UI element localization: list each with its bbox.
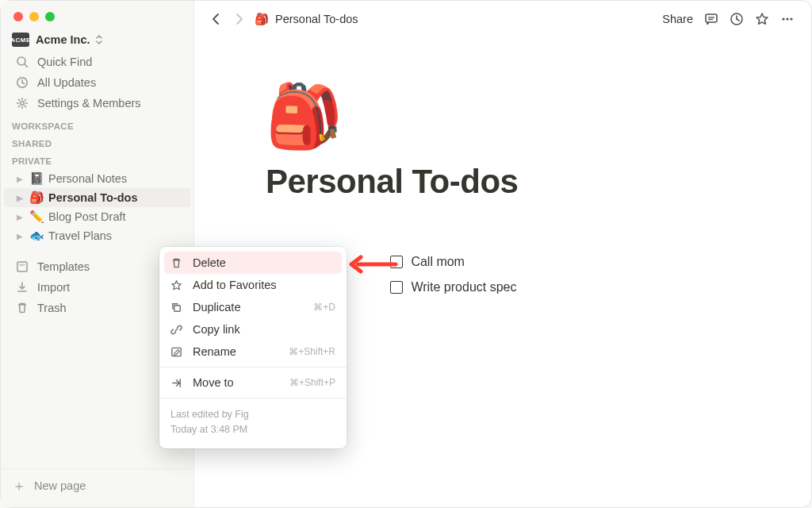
page-item-blog-post-draft[interactable]: ▶ ✏️ Blog Post Draft xyxy=(4,207,190,226)
svg-point-12 xyxy=(790,17,792,20)
updates-icon[interactable] xyxy=(724,9,749,29)
breadcrumb-label: Personal To-dos xyxy=(275,13,358,25)
topbar: 🎒 Personal To-dos Share xyxy=(194,1,811,37)
nav-back-button[interactable] xyxy=(205,10,228,29)
minimize-window-button[interactable] xyxy=(29,12,39,21)
new-page-button[interactable]: ＋ New page xyxy=(1,468,193,504)
todo-item[interactable]: Write product spec xyxy=(390,280,516,294)
import-icon xyxy=(15,281,29,294)
zoom-window-button[interactable] xyxy=(45,12,55,21)
chevron-right-icon[interactable]: ▶ xyxy=(15,194,25,202)
nav-forward-button[interactable] xyxy=(228,10,250,29)
new-page-label: New page xyxy=(34,479,86,492)
quick-find-button[interactable]: Quick Find xyxy=(4,52,190,71)
ctx-meta: Last edited by Fig Today at 3:48 PM xyxy=(159,402,347,444)
import-label: Import xyxy=(37,281,70,294)
ctx-label: Copy link xyxy=(193,323,240,336)
page-label: Personal Notes xyxy=(48,172,127,185)
page-label: Travel Plans xyxy=(48,229,112,242)
page-item-travel-plans[interactable]: ▶ 🐟 Travel Plans xyxy=(4,226,190,245)
ctx-label: Rename xyxy=(193,345,236,358)
window-controls xyxy=(1,1,193,26)
svg-rect-6 xyxy=(706,14,717,22)
page-item-personal-todos[interactable]: ▶ 🎒 Personal To-dos xyxy=(4,188,190,207)
svg-point-11 xyxy=(786,17,788,20)
breadcrumb-emoji: 🎒 xyxy=(255,13,269,26)
all-updates-button[interactable]: All Updates xyxy=(4,73,190,92)
workspace-badge: ACME xyxy=(12,33,29,47)
more-icon[interactable] xyxy=(775,9,800,29)
settings-label: Settings & Members xyxy=(37,97,141,110)
chevron-updown-icon xyxy=(95,34,103,45)
star-icon xyxy=(170,279,185,291)
plus-icon: ＋ xyxy=(12,479,26,493)
chevron-right-icon[interactable]: ▶ xyxy=(15,232,25,241)
chevron-right-icon[interactable]: ▶ xyxy=(15,175,25,183)
svg-line-1 xyxy=(25,64,28,67)
ctx-rename[interactable]: Rename ⌘+Shift+R xyxy=(159,341,347,363)
trash-icon xyxy=(15,302,29,314)
context-menu: Delete Add to Favorites Duplicate ⌘+D Co… xyxy=(159,247,347,448)
page-emoji: ✏️ xyxy=(29,210,44,224)
section-shared: SHARED xyxy=(1,134,193,152)
templates-label: Templates xyxy=(37,260,90,273)
svg-rect-13 xyxy=(174,305,181,311)
svg-rect-5 xyxy=(20,264,25,267)
ctx-label: Duplicate xyxy=(193,301,240,314)
ctx-meta-line: Last edited by Fig xyxy=(170,407,335,422)
ctx-meta-line: Today at 3:48 PM xyxy=(170,422,335,437)
trash-icon xyxy=(170,257,185,269)
ctx-copy-link[interactable]: Copy link xyxy=(159,318,347,341)
duplicate-icon xyxy=(170,302,185,314)
svg-rect-4 xyxy=(17,262,27,271)
ctx-duplicate[interactable]: Duplicate ⌘+D xyxy=(159,296,347,318)
page-icon[interactable]: 🎒 xyxy=(266,85,740,147)
templates-icon xyxy=(15,260,29,273)
app-window: ACME Acme Inc. Quick Find All Updates Se… xyxy=(0,0,812,508)
trash-label: Trash xyxy=(37,302,67,314)
ctx-separator xyxy=(159,398,347,398)
workspace-name: Acme Inc. xyxy=(36,33,90,46)
section-workspace: WORKSPACE xyxy=(1,114,193,134)
move-icon xyxy=(170,377,185,389)
ctx-shortcut: ⌘+D xyxy=(313,302,335,313)
close-window-button[interactable] xyxy=(13,12,23,21)
chevron-right-icon[interactable]: ▶ xyxy=(15,213,25,221)
checkbox[interactable] xyxy=(390,281,403,294)
ctx-label: Delete xyxy=(193,256,226,269)
ctx-label: Move to xyxy=(193,376,234,389)
link-icon xyxy=(170,324,185,336)
page-emoji: 🐟 xyxy=(29,229,44,243)
annotation-arrow xyxy=(350,255,397,274)
rename-icon xyxy=(170,346,185,358)
page-label: Personal To-dos xyxy=(48,191,138,204)
page-emoji: 📓 xyxy=(29,171,44,186)
quick-find-label: Quick Find xyxy=(37,56,92,68)
breadcrumb[interactable]: 🎒 Personal To-dos xyxy=(255,13,358,26)
page-title[interactable]: Personal To-dos xyxy=(266,163,740,201)
workspace-switcher[interactable]: ACME Acme Inc. xyxy=(1,26,193,52)
svg-point-3 xyxy=(21,102,24,105)
gear-icon xyxy=(15,97,29,110)
todo-text: Write product spec xyxy=(411,280,516,294)
favorite-icon[interactable] xyxy=(749,9,775,29)
all-updates-label: All Updates xyxy=(37,76,96,89)
page-emoji: 🎒 xyxy=(29,190,44,205)
ctx-label: Add to Favorites xyxy=(193,279,277,291)
svg-point-10 xyxy=(782,17,784,20)
comments-icon[interactable] xyxy=(699,9,724,29)
settings-button[interactable]: Settings & Members xyxy=(4,94,190,113)
todo-text: Call mom xyxy=(411,255,465,269)
clock-icon xyxy=(15,76,29,89)
ctx-shortcut: ⌘+Shift+R xyxy=(289,346,335,357)
ctx-separator xyxy=(159,367,347,368)
page-item-personal-notes[interactable]: ▶ 📓 Personal Notes xyxy=(4,169,190,188)
todo-item[interactable]: Call mom xyxy=(390,255,516,269)
search-icon xyxy=(15,56,29,68)
share-button[interactable]: Share xyxy=(657,10,699,29)
ctx-add-favorites[interactable]: Add to Favorites xyxy=(159,274,347,296)
ctx-move-to[interactable]: Move to ⌘+Shift+P xyxy=(159,371,347,394)
page-label: Blog Post Draft xyxy=(48,210,126,223)
section-private: PRIVATE xyxy=(1,152,193,169)
ctx-delete[interactable]: Delete xyxy=(164,252,342,274)
